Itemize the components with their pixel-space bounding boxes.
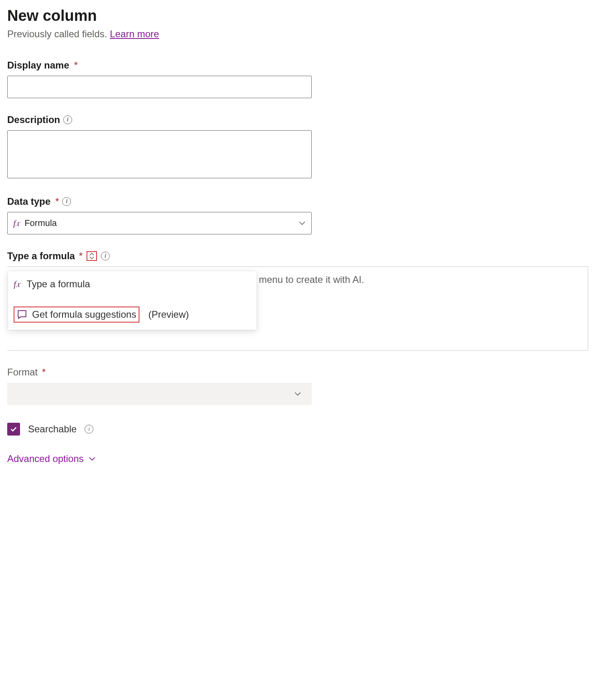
formula-dropdown-menu: f𝑥 Type a formula Get formula suggestion… bbox=[8, 271, 256, 330]
searchable-label: Searchable bbox=[28, 424, 77, 435]
formula-placeholder: menu to create it with AI. bbox=[259, 274, 364, 285]
data-type-value: Formula bbox=[24, 218, 57, 228]
learn-more-link[interactable]: Learn more bbox=[110, 28, 159, 39]
page-title: New column bbox=[7, 7, 588, 24]
formula-mode-toggle[interactable] bbox=[87, 251, 97, 261]
display-name-label: Display name bbox=[7, 60, 69, 71]
formula-label: Type a formula bbox=[7, 250, 75, 262]
format-label: Format bbox=[7, 367, 38, 377]
subtitle-text: Previously called fields. bbox=[7, 28, 110, 39]
searchable-checkbox[interactable] bbox=[7, 423, 20, 436]
required-indicator: * bbox=[55, 196, 59, 207]
menu-item-type-formula[interactable]: f𝑥 Type a formula bbox=[8, 271, 256, 297]
menu-item-label: Get formula suggestions bbox=[32, 309, 136, 320]
info-icon[interactable] bbox=[62, 197, 71, 206]
fx-icon: f𝑥 bbox=[14, 279, 20, 289]
advanced-options-label: Advanced options bbox=[7, 453, 84, 464]
description-label: Description bbox=[7, 114, 60, 125]
description-input[interactable] bbox=[7, 130, 312, 178]
advanced-options-toggle[interactable]: Advanced options bbox=[7, 453, 96, 464]
subtitle: Previously called fields. Learn more bbox=[7, 28, 588, 40]
fx-icon: f𝑥 bbox=[13, 218, 20, 228]
preview-tag: (Preview) bbox=[148, 309, 189, 320]
required-indicator: * bbox=[79, 250, 83, 262]
info-icon[interactable] bbox=[63, 115, 72, 124]
display-name-input[interactable] bbox=[7, 76, 312, 98]
required-indicator: * bbox=[42, 367, 46, 377]
chevron-down-icon bbox=[89, 455, 96, 462]
chat-icon bbox=[17, 309, 27, 320]
info-icon[interactable] bbox=[85, 425, 93, 434]
chevron-down-icon bbox=[299, 220, 306, 227]
required-indicator: * bbox=[74, 60, 78, 71]
menu-item-label: Type a formula bbox=[26, 278, 90, 290]
format-select[interactable] bbox=[7, 383, 312, 405]
menu-item-get-suggestions[interactable]: Get formula suggestions (Preview) bbox=[8, 299, 256, 330]
data-type-select[interactable]: f𝑥 Formula bbox=[7, 212, 312, 234]
data-type-label: Data type bbox=[7, 196, 50, 207]
info-icon[interactable] bbox=[101, 252, 110, 260]
chevron-down-icon bbox=[294, 390, 301, 397]
